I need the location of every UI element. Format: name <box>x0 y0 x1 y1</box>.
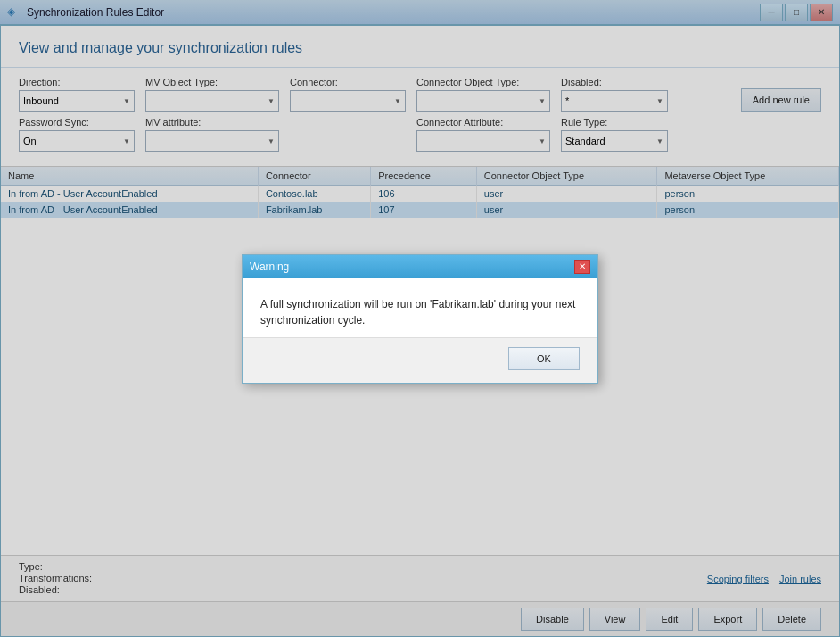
modal-footer: OK <box>243 337 597 383</box>
modal-message: A full synchronization will be run on 'F… <box>260 296 580 328</box>
modal-close-button[interactable]: ✕ <box>574 260 590 274</box>
modal-body: A full synchronization will be run on 'F… <box>243 278 597 337</box>
modal-title: Warning <box>250 261 289 273</box>
modal-titlebar: Warning ✕ <box>243 255 597 278</box>
modal-ok-button[interactable]: OK <box>508 347 580 370</box>
warning-modal: Warning ✕ A full synchronization will be… <box>242 254 598 384</box>
modal-overlay: Warning ✕ A full synchronization will be… <box>0 0 840 637</box>
